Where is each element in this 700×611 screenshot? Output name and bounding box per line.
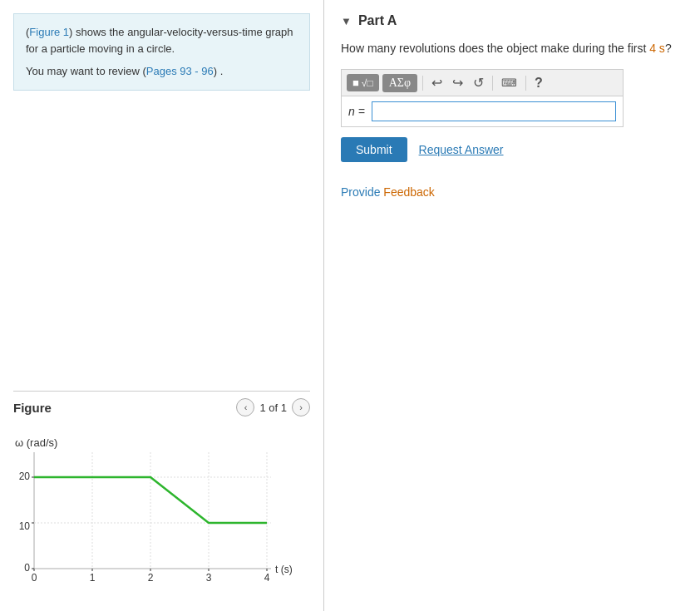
- part-label: Part A: [358, 13, 397, 28]
- nav-prev-button[interactable]: ‹: [236, 398, 254, 416]
- part-header: ▼ Part A: [341, 13, 683, 28]
- toolbar-separator-1: [422, 76, 423, 91]
- figure-header: Figure ‹ 1 of 1 ›: [13, 391, 310, 423]
- svg-text:ω (rad/s): ω (rad/s): [15, 436, 57, 449]
- figure-title: Figure: [13, 401, 52, 415]
- figure-counter: 1 of 1: [259, 402, 287, 414]
- reset-button[interactable]: ↺: [470, 73, 487, 92]
- toolbar-separator-3: [525, 76, 526, 91]
- svg-text:0: 0: [32, 572, 37, 584]
- feedback-link[interactable]: Provide Feedback: [341, 185, 435, 199]
- answer-row: n =: [341, 96, 624, 127]
- matrix-icon: ■: [352, 76, 359, 89]
- request-answer-button[interactable]: Request Answer: [419, 143, 504, 156]
- answer-input[interactable]: [372, 101, 616, 121]
- symbol-button[interactable]: ΑΣφ: [382, 74, 417, 92]
- svg-text:20: 20: [19, 471, 31, 482]
- toolbar-separator-2: [492, 76, 493, 91]
- left-panel: (Figure 1) shows the angular-velocity-ve…: [0, 0, 324, 611]
- svg-text:t (s): t (s): [275, 564, 293, 575]
- sqrt-icon: √□: [362, 77, 373, 89]
- figure-nav: ‹ 1 of 1 ›: [236, 398, 310, 416]
- help-button[interactable]: ?: [531, 74, 546, 92]
- svg-text:2: 2: [148, 572, 154, 584]
- svg-text:1: 1: [90, 572, 96, 584]
- figure1-link[interactable]: Figure 1: [29, 26, 69, 38]
- right-panel: ▼ Part A How many revolutions does the o…: [324, 0, 700, 611]
- action-row: Submit Request Answer: [341, 137, 683, 162]
- info-text-line2: You may want to review (Pages 93 - 96) .: [26, 63, 298, 80]
- undo-button[interactable]: ↩: [428, 73, 446, 92]
- answer-label: n =: [348, 105, 365, 118]
- redo-button[interactable]: ↪: [449, 73, 466, 92]
- svg-text:3: 3: [206, 572, 212, 584]
- svg-text:10: 10: [19, 520, 31, 532]
- svg-text:0: 0: [24, 562, 30, 574]
- graph-area: ω (rad/s) 20 10 0 0: [13, 431, 296, 598]
- question-highlight: 4 s: [649, 42, 665, 55]
- question-text: How many revolutions does the object mak…: [341, 40, 683, 57]
- info-box: (Figure 1) shows the angular-velocity-ve…: [13, 13, 310, 91]
- feedback-highlight: Feedback: [383, 185, 434, 199]
- pages-link[interactable]: Pages 93 - 96: [146, 65, 214, 77]
- figure-section: Figure ‹ 1 of 1 › ω (rad/s) 20 10 0: [13, 391, 310, 598]
- svg-text:4: 4: [264, 572, 270, 584]
- angular-velocity-graph: ω (rad/s) 20 10 0 0: [13, 431, 296, 598]
- collapse-arrow-icon[interactable]: ▼: [341, 15, 352, 27]
- submit-button[interactable]: Submit: [341, 137, 407, 162]
- nav-next-button[interactable]: ›: [292, 398, 310, 416]
- info-text-line1: (Figure 1) shows the angular-velocity-ve…: [26, 24, 298, 57]
- matrix-button[interactable]: ■ √□: [347, 74, 379, 91]
- feedback-section: Provide Feedback: [341, 162, 683, 199]
- keyboard-button[interactable]: ⌨: [498, 75, 520, 91]
- equation-toolbar: ■ √□ ΑΣφ ↩ ↪ ↺ ⌨ ?: [341, 69, 624, 96]
